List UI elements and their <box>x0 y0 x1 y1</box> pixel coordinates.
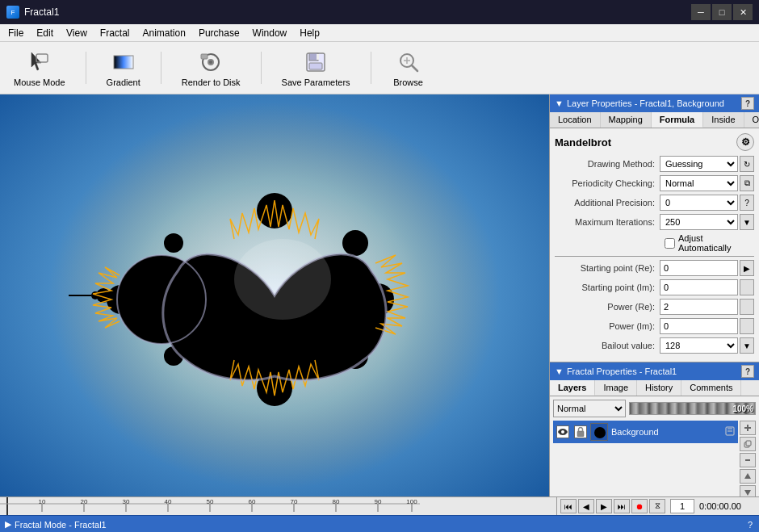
periodicity-copy-btn[interactable]: ⧉ <box>740 175 754 191</box>
formula-icon-btn[interactable]: ⚙ <box>736 133 754 151</box>
menu-view[interactable]: View <box>60 24 94 42</box>
layer-mode-select[interactable]: Normal <box>553 400 626 417</box>
layer-add-button[interactable] <box>740 421 756 435</box>
svg-rect-6 <box>201 54 208 59</box>
layer-row-background[interactable]: Background <box>553 421 738 443</box>
periodicity-checking-label: Periodicity Checking: <box>555 178 660 188</box>
max-iterations-down-btn[interactable]: ▼ <box>740 214 754 230</box>
power-re-row: Power (Re): <box>555 299 754 315</box>
menu-window[interactable]: Window <box>246 24 294 42</box>
starting-im-more-btn[interactable] <box>740 279 754 295</box>
svg-rect-2 <box>114 56 133 69</box>
svg-text:70: 70 <box>291 498 298 505</box>
tab-layers[interactable]: Layers <box>550 380 595 396</box>
transport-end-btn[interactable]: ⏭ <box>614 499 630 513</box>
adjust-automatically-checkbox[interactable] <box>665 238 675 249</box>
formula-content: Mandelbrot ⚙ Drawing Method: Guessing ↻ <box>550 128 759 362</box>
power-re-more-btn[interactable] <box>740 299 754 315</box>
layer-copy-button[interactable] <box>740 437 756 451</box>
layer-properties-collapse-icon[interactable]: ▼ <box>555 98 564 108</box>
close-button[interactable]: ✕ <box>733 4 753 20</box>
additional-precision-select[interactable]: 0 <box>660 195 738 211</box>
app-title: Fractal1 <box>24 6 59 18</box>
menu-fractal[interactable]: Fractal <box>94 24 136 42</box>
tab-comments[interactable]: Comments <box>681 380 741 396</box>
fractal-properties-collapse-icon[interactable]: ▼ <box>555 367 564 376</box>
svg-text:50: 50 <box>207 498 214 505</box>
layer-menu-btn[interactable] <box>725 425 735 439</box>
tab-formula[interactable]: Formula <box>652 112 703 128</box>
maximize-button[interactable]: □ <box>712 4 732 20</box>
transport-play-btn[interactable]: ▶ <box>596 499 612 513</box>
adjust-automatically-label: Adjust Automatically <box>678 233 754 253</box>
layer-up-button[interactable] <box>740 469 756 484</box>
max-iterations-control: 250 <box>660 214 738 230</box>
svg-point-5 <box>209 61 212 64</box>
bailout-row: Bailout value: 128 ▼ <box>555 337 754 354</box>
periodicity-checking-row: Periodicity Checking: Normal ⧉ <box>555 175 754 191</box>
tab-mapping[interactable]: Mapping <box>601 112 652 128</box>
mouse-mode-icon <box>27 49 52 75</box>
transport-keyframe-btn[interactable]: ⧖ <box>649 499 665 513</box>
transport-record-btn[interactable]: ⏺ <box>631 499 648 513</box>
drawing-method-select[interactable]: Guessing <box>660 156 738 172</box>
max-iterations-select[interactable]: 250 <box>660 214 738 230</box>
svg-text:60: 60 <box>249 498 256 505</box>
layer-visibility-toggle[interactable] <box>556 425 569 438</box>
power-im-label: Power (Im): <box>555 321 660 331</box>
power-im-input[interactable] <box>660 318 738 334</box>
menu-animation[interactable]: Animation <box>136 24 192 42</box>
browse-label: Browse <box>393 77 423 87</box>
adjust-auto-row: Adjust Automatically <box>555 233 754 253</box>
transport-start-btn[interactable]: ⏮ <box>560 499 577 513</box>
tab-inside[interactable]: Inside <box>703 112 744 128</box>
svg-rect-9 <box>317 54 319 60</box>
canvas-area[interactable] <box>0 94 549 496</box>
power-re-input[interactable] <box>660 299 738 315</box>
menu-help[interactable]: Help <box>293 24 326 42</box>
render-to-disk-button[interactable]: Render to Disk <box>174 45 248 91</box>
svg-rect-10 <box>309 63 322 69</box>
layer-delete-button[interactable] <box>740 453 756 467</box>
layer-properties-help-button[interactable]: ? <box>741 97 754 110</box>
power-re-label: Power (Re): <box>555 302 660 312</box>
tab-history[interactable]: History <box>637 380 681 396</box>
save-parameters-label: Save Parameters <box>282 77 350 87</box>
menu-purchase[interactable]: Purchase <box>192 24 246 42</box>
fractal-mode-label: Fractal Mode - Fractal1 <box>15 520 107 530</box>
periodicity-checking-select[interactable]: Normal <box>660 175 738 191</box>
tab-location[interactable]: Location <box>550 112 601 128</box>
tab-image[interactable]: Image <box>595 380 637 396</box>
browse-button[interactable]: Browse <box>384 45 433 91</box>
menu-file[interactable]: File <box>2 24 30 42</box>
layer-lock-toggle[interactable] <box>574 425 587 438</box>
drawing-method-refresh-btn[interactable]: ↻ <box>740 156 754 172</box>
power-im-more-btn[interactable] <box>740 318 754 334</box>
bailout-down-btn[interactable]: ▼ <box>740 337 754 354</box>
gradient-button[interactable]: Gradient <box>99 45 148 91</box>
frame-number-input[interactable] <box>670 499 694 513</box>
svg-point-34 <box>594 427 606 438</box>
starting-im-input[interactable] <box>660 279 738 295</box>
fractal-mode-expand-icon[interactable]: ▶ Fractal Mode - Fractal1 <box>0 516 741 532</box>
title-bar-controls[interactable]: ─ □ ✕ <box>691 4 753 20</box>
starting-re-input[interactable] <box>660 260 738 276</box>
save-parameters-button[interactable]: Save Parameters <box>275 45 358 91</box>
additional-precision-control: 0 <box>660 195 738 211</box>
layer-down-button[interactable] <box>740 485 756 496</box>
fractal-properties-help-button[interactable]: ? <box>741 365 754 378</box>
fractal-mode-help-btn[interactable]: ? <box>741 516 759 532</box>
toolbar-separator-2 <box>161 52 161 84</box>
additional-precision-help-btn[interactable]: ? <box>740 195 754 211</box>
tab-outside[interactable]: Outside <box>744 112 759 128</box>
main-content: ▼ Layer Properties - Fractal1, Backgroun… <box>0 94 759 496</box>
svg-point-21 <box>342 230 368 256</box>
fractal-canvas[interactable] <box>0 94 549 496</box>
minimize-button[interactable]: ─ <box>691 4 711 20</box>
starting-re-more-btn[interactable]: ▶ <box>740 260 754 276</box>
bailout-select[interactable]: 128 <box>660 337 738 354</box>
svg-point-24 <box>164 233 183 253</box>
transport-prev-btn[interactable]: ◀ <box>578 499 594 513</box>
menu-edit[interactable]: Edit <box>30 24 60 42</box>
mouse-mode-button[interactable]: Mouse Mode <box>6 45 73 91</box>
